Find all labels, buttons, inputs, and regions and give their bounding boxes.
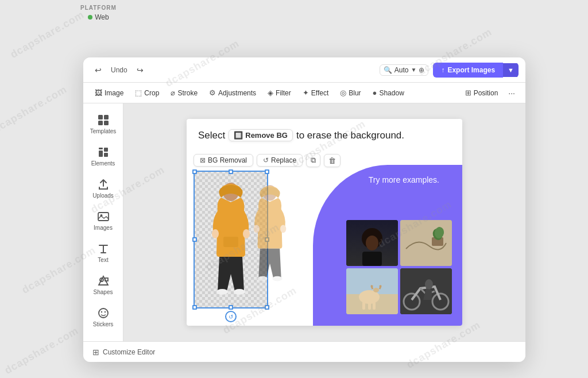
sidebar-item-images[interactable]: Images: [86, 206, 121, 236]
uploads-icon: [97, 178, 110, 191]
customize-icon: ⊞: [92, 348, 99, 357]
adjustments-tool-label: Adjustments: [218, 89, 256, 97]
delete-button[interactable]: 🗑: [324, 154, 341, 167]
image-tool-label: Image: [105, 89, 123, 97]
templates-label: Templates: [90, 128, 117, 134]
svg-point-27: [366, 236, 378, 250]
zoom-dropdown-icon[interactable]: ▼: [411, 67, 417, 73]
customize-editor-button[interactable]: ⊞ Customize Editor: [92, 348, 155, 357]
photo-plant: [400, 220, 452, 266]
export-dropdown-button[interactable]: ▼: [503, 63, 519, 77]
remove-bg-badge[interactable]: 🔲 Remove BG: [229, 129, 293, 141]
bg-removal-icon: ⊠: [200, 156, 206, 164]
images-icon: [97, 210, 110, 223]
shadow-tool-button[interactable]: ● Shadow: [368, 86, 409, 99]
svg-rect-8: [98, 213, 109, 221]
canvas-area[interactable]: Select 🔲 Remove BG to erase the backgrou…: [123, 103, 525, 341]
svg-rect-0: [98, 115, 103, 119]
text-icon: [97, 242, 110, 255]
undo-button[interactable]: ↩: [90, 62, 106, 78]
filter-tool-button[interactable]: ◈ Filter: [263, 86, 296, 99]
remove-bg-icon: 🔲: [234, 131, 243, 140]
crop-tool-label: Crop: [144, 89, 159, 97]
stroke-tool-icon: ⌀: [171, 88, 175, 97]
watermark-11: dcapshare.com: [2, 325, 80, 377]
position-tool-icon: ⊞: [465, 88, 471, 97]
blur-tool-label: Blur: [349, 89, 361, 97]
undo-label: Undo: [111, 66, 127, 74]
zoom-in-icon[interactable]: ⊕: [419, 66, 424, 74]
svg-point-37: [373, 288, 379, 292]
images-label: Images: [94, 225, 113, 231]
top-toolbar: ↩ Undo ↪ 🔍 Auto ▼ ⊕ ↑ Export Images ▼: [83, 57, 525, 83]
export-icon: ↑: [441, 66, 444, 74]
watermark-3: dcapshare.com: [0, 83, 69, 136]
image-toolbar: 🖼 Image ⬚ Crop ⌀ Stroke ⚙ Adjustments ◈ …: [83, 83, 525, 103]
sidebar-item-stickers[interactable]: Stickers: [86, 302, 121, 332]
photo-cell-3: [346, 268, 398, 314]
svg-point-24: [258, 276, 268, 281]
bottom-bar: ⊞ Customize Editor: [83, 341, 525, 362]
platform-web-label: Web: [95, 13, 109, 21]
remove-bg-label: Remove BG: [245, 131, 288, 140]
instruction-text: Select 🔲 Remove BG to erase the backgrou…: [198, 129, 451, 141]
export-label: Export Images: [447, 66, 495, 74]
svg-rect-5: [104, 148, 108, 152]
bg-removal-button[interactable]: ⊠ BG Removal: [194, 154, 253, 167]
adjustments-tool-button[interactable]: ⚙ Adjustments: [204, 86, 261, 99]
photo-motorcycle: [400, 268, 452, 314]
sidebar-item-shapes[interactable]: Shapes: [86, 270, 121, 300]
svg-rect-40: [373, 302, 376, 310]
elements-icon: [97, 146, 110, 159]
zoom-out-icon: 🔍: [384, 66, 392, 74]
stroke-tool-button[interactable]: ⌀ Stroke: [166, 86, 202, 99]
photo-cell-2: [400, 220, 452, 266]
filter-tool-icon: ◈: [268, 88, 273, 97]
canvas-content: Select 🔲 Remove BG to erase the backgrou…: [187, 119, 462, 326]
customize-label: Customize Editor: [103, 348, 155, 356]
person-small-figure: [247, 182, 293, 286]
svg-point-14: [104, 311, 105, 313]
photo-cell-4: [400, 268, 452, 314]
sidebar-item-uploads[interactable]: Uploads: [86, 173, 121, 203]
position-tool-button[interactable]: ⊞ Position: [461, 86, 503, 99]
sidebar-item-templates[interactable]: Templates: [86, 109, 121, 139]
export-button-group: ↑ Export Images ▼: [433, 63, 519, 78]
crop-tool-icon: ⬚: [135, 88, 142, 97]
effect-tool-button[interactable]: ✦ Effect: [298, 86, 333, 99]
sidebar-item-elements[interactable]: Elements: [86, 141, 121, 171]
replace-label: Replace: [271, 156, 296, 164]
crop-tool-button[interactable]: ⬚ Crop: [130, 86, 164, 99]
shadow-tool-label: Shadow: [379, 89, 404, 97]
export-main-button[interactable]: ↑ Export Images: [433, 63, 503, 78]
replace-button[interactable]: ↺ Replace: [257, 154, 303, 167]
svg-rect-11: [105, 278, 108, 281]
effect-tool-icon: ✦: [303, 88, 309, 97]
svg-point-12: [99, 308, 108, 318]
stickers-icon: [97, 307, 110, 319]
toolbar-right: 🔍 Auto ▼ ⊕ ↑ Export Images ▼: [380, 63, 519, 78]
photo-grid: [346, 220, 455, 314]
svg-rect-3: [104, 121, 109, 125]
svg-rect-28: [362, 252, 382, 266]
svg-rect-39: [368, 302, 371, 310]
platform-web-indicator: Web: [88, 13, 109, 21]
image-tool-button[interactable]: 🖼 Image: [90, 86, 128, 99]
svg-point-44: [425, 279, 433, 290]
svg-rect-7: [99, 148, 103, 149]
instruction-erase: to erase the background.: [296, 130, 404, 141]
blur-tool-button[interactable]: ◎ Blur: [335, 86, 365, 99]
zoom-section[interactable]: 🔍 Auto ▼ ⊕: [380, 64, 429, 76]
left-sidebar: Templates Elements: [83, 103, 123, 341]
rotate-handle[interactable]: ↺: [225, 311, 237, 322]
svg-rect-20: [223, 237, 238, 247]
toolbar-left: ↩ Undo ↪: [90, 62, 148, 78]
sidebar-item-text[interactable]: Text: [86, 238, 121, 268]
effect-tool-label: Effect: [311, 89, 328, 97]
adjustments-tool-icon: ⚙: [209, 88, 216, 97]
svg-point-19: [234, 289, 245, 295]
uploads-label: Uploads: [92, 192, 114, 199]
duplicate-button[interactable]: ⧉: [306, 153, 320, 167]
more-tools-button[interactable]: ···: [505, 86, 519, 100]
redo-button[interactable]: ↪: [132, 62, 148, 78]
